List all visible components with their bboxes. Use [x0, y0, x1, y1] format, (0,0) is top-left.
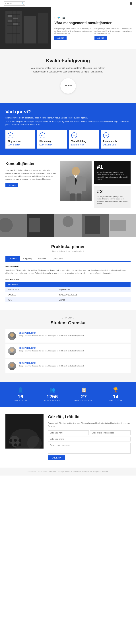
what-we-do-section: Vad gör vi? Lorem ipsum en a diam sollic… — [0, 103, 136, 155]
svg-rect-2 — [24, 16, 36, 44]
hero-section: f 🐦 📷 Våra managementkonsulttjänster Väl… — [0, 7, 136, 49]
consulting-text: Konsulttjänster Vi tar med djup, funktio… — [6, 161, 57, 187]
svg-rect-25 — [77, 194, 81, 201]
instagram-icon[interactable]: 📷 — [62, 16, 65, 19]
review-text-2: Sample text. Click to select the text bo… — [19, 365, 84, 368]
service-card-1: 02 Din strategi LARA DIG MER — [37, 130, 67, 148]
hero-image — [0, 7, 51, 49]
svg-point-49 — [14, 444, 17, 446]
svg-point-48 — [10, 444, 12, 446]
photo-2 — [27, 214, 54, 237]
svg-rect-19 — [13, 23, 18, 25]
review-text-1: Sample text. Click to select the text bo… — [19, 350, 84, 352]
reviews-title: Student Granska — [6, 320, 130, 325]
stat-label-2: FRAMGÅNGRIKA FALL — [69, 400, 99, 402]
plans-section: Praktiska planer Duis aute irure dolor i… — [0, 237, 136, 310]
service-num-0: 01 — [8, 132, 14, 138]
what-we-do-desc1: Lorem ipsum en a diam sollicitudie. Turp… — [6, 116, 130, 120]
table-cell-value: Damer — [57, 297, 130, 302]
stat-num-2: 27 — [69, 394, 99, 400]
service-card-2: 03 Team Building LARA DIG MER — [69, 130, 99, 148]
building-graphic — [0, 7, 51, 49]
service-link-1[interactable]: LARA DIG MER — [40, 144, 65, 146]
review-avatar-1 — [8, 347, 16, 355]
service-link-3[interactable]: LARA DIG MER — [103, 144, 128, 146]
service-link-2[interactable]: LARA DIG MER — [71, 144, 97, 146]
service-num-3: 04 — [103, 132, 109, 138]
cta-section: Gör rätt, i rätt tid Sample text. Click … — [0, 407, 136, 468]
tab-reviews[interactable]: Reviews — [35, 256, 50, 262]
quality-btn[interactable]: LÄS MER — [60, 78, 76, 94]
tab-detalles[interactable]: Detalles — [6, 256, 20, 262]
svg-rect-35 — [85, 216, 100, 234]
review-avatar-2 — [8, 362, 16, 370]
plans-tabs: Detalles Shipping Reviews Questions — [6, 256, 130, 262]
hero-col1-text: Väll ägonem på button. Medelliv älla en … — [54, 28, 92, 34]
svg-rect-16 — [8, 15, 12, 17]
footer-text: Sample text. Click to select the text bo… — [6, 470, 130, 473]
svg-rect-18 — [8, 20, 12, 22]
review-body-0: EXEMPELRUBRIK Sample text. Click to sele… — [19, 332, 84, 337]
cta-phone-input[interactable] — [48, 436, 130, 442]
svg-rect-23 — [82, 176, 86, 191]
stat-num-1: 1256 — [37, 394, 67, 400]
cta-form: SKICKA IN — [48, 430, 130, 460]
photo-3 — [54, 214, 82, 237]
svg-point-38 — [10, 333, 14, 337]
facebook-icon[interactable]: f — [54, 16, 55, 19]
review-text-0: Sample text. Click to select the text bo… — [19, 335, 84, 337]
tab-questions[interactable]: Questions — [50, 256, 66, 262]
consulting-btn[interactable]: LÄS MER — [6, 183, 18, 187]
stat-icon-3: 🏆 — [101, 387, 130, 393]
cta-message-input[interactable] — [48, 443, 130, 454]
service-link-0[interactable]: LARA DIG MER — [8, 144, 33, 146]
photo-4-svg — [82, 214, 109, 237]
consulting-section: Konsulttjänster Vi tar med djup, funktio… — [0, 155, 136, 214]
hero-btn1[interactable]: LÄS MER — [54, 36, 67, 40]
svg-point-43 — [9, 368, 15, 370]
search-box[interactable]: 🔍 — [4, 2, 25, 6]
avatar-icon-2 — [8, 362, 16, 370]
review-title-1: EXEMPELRUBRIK — [19, 347, 84, 349]
reviews-section: etikemal Student Granska EXEMPELRUBRIK S… — [0, 310, 136, 382]
cta-name-input[interactable] — [48, 430, 89, 435]
table-row: VARUNAMN Impulsmarke — [6, 287, 130, 292]
tab-content: BESKRIVNING Sample text. Click to select… — [6, 266, 130, 302]
svg-point-52 — [14, 439, 17, 442]
service-title-0: Ring service — [8, 140, 33, 142]
service-card-3: 04 Premium -plan LARA DIG MER — [101, 130, 131, 148]
search-input[interactable] — [5, 2, 22, 5]
man-photo — [60, 161, 92, 201]
hamburger-icon[interactable]: ☰ — [129, 2, 132, 6]
stat-item-3: 🏆 14 SPECIALISTER — [101, 387, 130, 402]
review-body-1: EXEMPELRUBRIK Sample text. Click to sele… — [19, 347, 84, 352]
twitter-icon[interactable]: 🐦 — [57, 16, 60, 19]
plans-title: Praktiska planer — [6, 244, 130, 249]
svg-point-39 — [9, 338, 15, 340]
photo-1 — [0, 214, 27, 237]
review-card-2: EXEMPELRUBRIK Sample text. Click to sele… — [6, 360, 130, 373]
svg-rect-24 — [70, 194, 75, 201]
photo-2-svg — [27, 214, 54, 237]
hero-col2-text: Väll ägonem på button. Medelliv älla en … — [94, 28, 132, 34]
service-num-1: 02 — [40, 132, 45, 138]
table-cell-value: TOBLZ10.11.T06.01 — [57, 292, 130, 297]
cta-submit-btn[interactable]: SKICKA IN — [48, 456, 65, 460]
svg-rect-22 — [66, 176, 70, 191]
svg-point-40 — [10, 348, 14, 352]
consulting-cards: #1 Väl fringilla et ullamcorper eget nul… — [94, 161, 130, 208]
avatar-icon-1 — [8, 347, 16, 355]
cta-email-input[interactable] — [90, 430, 130, 435]
stat-label-1: GLAD A KUNDER — [37, 400, 67, 402]
service-num-2: 03 — [71, 132, 77, 138]
tab-shipping[interactable]: Shipping — [20, 256, 35, 262]
table-cell-value: Impulsmarke — [57, 287, 130, 292]
services-grid: 01 Ring service LARA DIG MER 02 Din stra… — [6, 130, 130, 148]
svg-rect-31 — [29, 218, 40, 232]
card-1: #1 Väl fringilla et ullamcorper eget nul… — [94, 161, 130, 184]
photo-strip — [0, 214, 136, 237]
hero-btn2[interactable]: LÄS MER — [94, 36, 107, 40]
card-1-text: Väl fringilla et ullamcorper eget nulla … — [97, 171, 128, 181]
card-2-text: Väl fringilla et ullamcorper eget nulla … — [97, 196, 128, 205]
stat-icon-1: 👥 — [37, 387, 67, 393]
